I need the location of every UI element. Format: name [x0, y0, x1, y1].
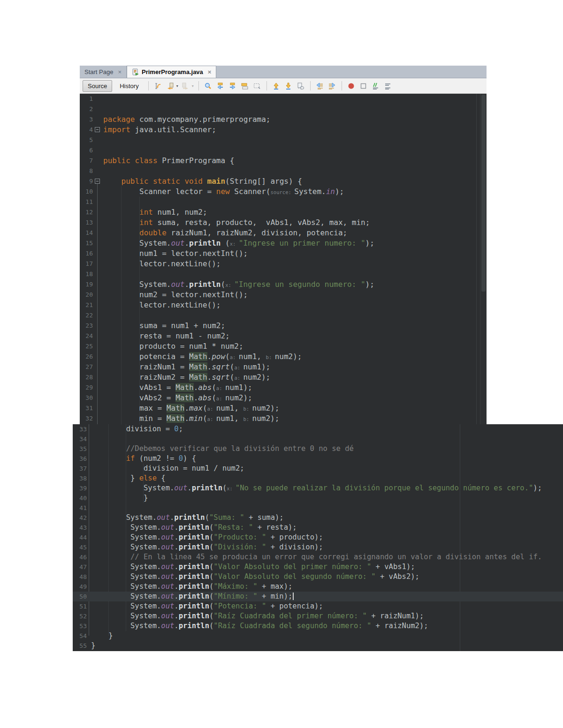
line-number[interactable]: 5 — [80, 135, 93, 145]
code-line[interactable]: 27 raizNum1 = Math.sqrt(a: num1); — [80, 362, 487, 372]
line-number[interactable]: 12 — [80, 207, 93, 218]
code-line[interactable]: 8 — [80, 166, 487, 176]
code-line[interactable]: 24 resta = num1 - num2; — [80, 331, 487, 341]
line-number[interactable]: 43 — [73, 523, 87, 533]
code-line[interactable]: 53 System.out.println("Raíz Cuadrada del… — [73, 621, 563, 631]
line-number[interactable]: 3 — [80, 114, 93, 125]
next-bookmark-icon[interactable] — [284, 81, 293, 90]
line-number[interactable]: 41 — [73, 503, 87, 513]
line-number[interactable]: 44 — [73, 533, 87, 542]
line-number[interactable]: 47 — [73, 562, 87, 572]
code-line[interactable]: 51 System.out.println("Potencia: " + pot… — [73, 601, 563, 611]
line-number[interactable]: 15 — [80, 238, 93, 248]
code-line[interactable]: 4import java.util.Scanner; — [80, 125, 487, 135]
line-number[interactable]: 55 — [73, 641, 87, 651]
line-number[interactable]: 33 — [73, 424, 87, 434]
code-line[interactable]: 17 lector.nextLine(); — [80, 259, 487, 269]
line-number[interactable]: 48 — [73, 572, 87, 582]
line-number[interactable]: 14 — [80, 228, 93, 238]
shift-line-left-icon[interactable] — [315, 81, 325, 90]
code-line[interactable]: 19 System.out.println(x: "Ingrese un seg… — [80, 279, 487, 290]
line-number[interactable]: 1 — [80, 94, 93, 104]
line-number[interactable]: 11 — [80, 197, 93, 207]
line-number[interactable]: 32 — [80, 413, 93, 424]
line-number[interactable]: 36 — [73, 454, 87, 464]
code-line[interactable]: 32 min = Math.min(a: num1, b: num2); — [80, 413, 487, 424]
history-button[interactable]: History — [115, 81, 143, 91]
code-line[interactable]: 18 — [80, 269, 487, 279]
code-line[interactable]: 14 double raizNum1, raizNum2, division, … — [80, 228, 487, 238]
code-line[interactable]: 7public class PrimerPrograma { — [80, 156, 487, 166]
line-number[interactable]: 27 — [80, 362, 93, 372]
code-line[interactable]: 26 potencia = Math.pow(a: num1, b: num2)… — [80, 352, 487, 362]
code-line[interactable]: 29 vAbs1 = Math.abs(a: num1); — [80, 383, 487, 393]
line-number[interactable]: 24 — [80, 331, 93, 341]
line-number[interactable]: 45 — [73, 542, 87, 552]
rectangular-selection-icon[interactable] — [252, 81, 262, 90]
code-line[interactable]: 9 public static void main(String[] args)… — [80, 176, 487, 187]
code-line[interactable]: 49 System.out.println("Máximo: " + max); — [73, 582, 563, 592]
line-number[interactable]: 53 — [73, 621, 87, 631]
code-line[interactable]: 21 lector.nextLine(); — [80, 300, 487, 310]
code-line[interactable]: 47 System.out.println("Valor Absoluto de… — [73, 562, 563, 572]
find-previous-occurrence-icon[interactable] — [216, 81, 225, 90]
code-line[interactable]: 30 vAbs2 = Math.abs(a: num2); — [80, 393, 487, 403]
shift-line-right-icon[interactable] — [327, 81, 337, 90]
code-line[interactable]: 12 int num1, num2; — [80, 207, 487, 218]
code-line[interactable]: 23 suma = num1 + num2; — [80, 321, 487, 331]
line-number[interactable]: 20 — [80, 290, 93, 300]
code-line[interactable]: 41 — [73, 503, 563, 513]
code-line[interactable]: 38 } else { — [73, 473, 563, 483]
line-number[interactable]: 38 — [73, 473, 87, 483]
code-line[interactable]: 45 System.out.println("División: " + div… — [73, 542, 563, 552]
code-line[interactable]: 48 System.out.println("Valor Absoluto de… — [73, 572, 563, 582]
record-macro-icon[interactable] — [347, 81, 356, 90]
line-number[interactable]: 54 — [73, 631, 87, 641]
line-number[interactable]: 50 — [73, 592, 87, 601]
code-line[interactable]: 40 } — [73, 493, 563, 503]
code-line[interactable]: 37 division = num1 / num2; — [73, 464, 563, 473]
code-line[interactable]: 5 — [80, 135, 487, 145]
line-number[interactable]: 29 — [80, 383, 93, 393]
line-number[interactable]: 6 — [80, 145, 93, 156]
source-button[interactable]: Source — [83, 80, 112, 92]
line-number[interactable]: 19 — [80, 279, 93, 290]
previous-bookmark-icon[interactable] — [272, 81, 281, 90]
code-line[interactable]: 10 Scanner lector = new Scanner(source: … — [80, 187, 487, 197]
line-number[interactable]: 13 — [80, 218, 93, 228]
line-number[interactable]: 26 — [80, 352, 93, 362]
line-number[interactable]: 30 — [80, 393, 93, 403]
fold-toggle-icon[interactable] — [95, 179, 100, 184]
uncomment-icon[interactable] — [383, 81, 393, 90]
line-number[interactable]: 25 — [80, 341, 93, 352]
line-number[interactable]: 23 — [80, 321, 93, 331]
code-line[interactable]: 22 — [80, 310, 487, 321]
stop-macro-icon[interactable] — [359, 81, 368, 90]
code-line[interactable]: 50 System.out.println("Mínimo: " + min); — [73, 592, 563, 601]
code-line[interactable]: 44 System.out.println("Producto: " + pro… — [73, 533, 563, 542]
line-number[interactable]: 8 — [80, 166, 93, 176]
line-number[interactable]: 46 — [73, 552, 87, 562]
vertical-scrollbar[interactable] — [480, 94, 487, 424]
jump-forward-icon[interactable] — [181, 81, 190, 90]
tab-start-page[interactable]: Start Page × — [80, 66, 127, 78]
code-line[interactable]: 34 — [73, 434, 563, 444]
line-number[interactable]: 35 — [73, 444, 87, 454]
line-number[interactable]: 17 — [80, 259, 93, 269]
code-line[interactable]: 3package com.mycompany.primerprograma; — [80, 114, 487, 125]
close-icon[interactable]: × — [208, 68, 212, 75]
line-number[interactable]: 34 — [73, 434, 87, 444]
code-line[interactable]: 25 producto = num1 * num2; — [80, 341, 487, 352]
line-number[interactable]: 39 — [73, 483, 87, 493]
line-number[interactable]: 9 — [80, 176, 93, 187]
code-line[interactable]: 13 int suma, resta, producto, vAbs1, vAb… — [80, 218, 487, 228]
code-line[interactable]: 42 System.out.println("Suma: " + suma); — [73, 513, 563, 523]
fold-toggle-icon[interactable] — [95, 127, 100, 132]
line-number[interactable]: 40 — [73, 493, 87, 503]
code-line[interactable]: 1 — [80, 94, 487, 104]
line-number[interactable]: 49 — [73, 582, 87, 592]
line-number[interactable]: 42 — [73, 513, 87, 523]
line-number[interactable]: 7 — [80, 156, 93, 166]
code-line[interactable]: 36 if (num2 != 0) { — [73, 454, 563, 464]
comment-icon[interactable] — [371, 81, 380, 90]
